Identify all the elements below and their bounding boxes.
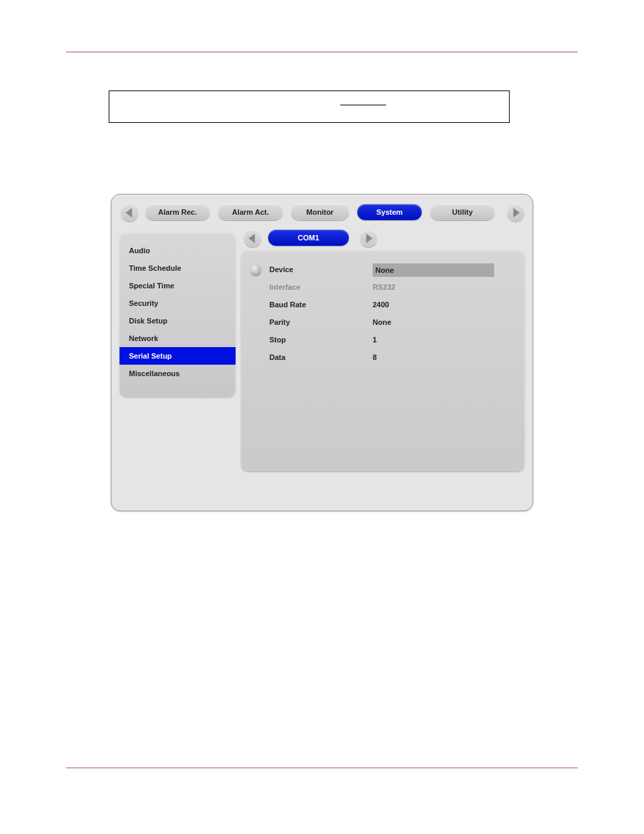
sidebar-item-label: Audio	[129, 246, 150, 255]
tab-utility[interactable]: Utility	[430, 204, 495, 220]
setting-label: Stop	[269, 336, 286, 344]
sidebar-item-time-schedule[interactable]: Time Schedule	[119, 259, 236, 277]
tab-alarm-rec-[interactable]: Alarm Rec.	[145, 204, 210, 220]
svg-marker-2	[248, 234, 254, 243]
subtab-prev-button[interactable]	[244, 230, 261, 247]
setting-value[interactable]: RS232	[373, 283, 494, 291]
sidebar-item-label: Security	[129, 299, 158, 307]
tab-label: Alarm Rec.	[158, 208, 196, 216]
note-underline	[340, 105, 386, 105]
setting-row-data: Data8	[241, 350, 525, 367]
tabs-next-button[interactable]	[507, 204, 525, 221]
setting-row-parity: ParityNone	[241, 315, 525, 332]
tab-label: Alarm Act.	[232, 208, 269, 216]
sidebar-item-audio[interactable]: Audio	[119, 242, 236, 259]
setting-value[interactable]: None	[373, 263, 494, 277]
setting-label: Baud Rate	[269, 301, 306, 309]
divider-top	[66, 51, 578, 53]
sidebar-item-miscellaneous[interactable]: Miscellaneous	[119, 365, 236, 382]
sidebar-item-label: Serial Setup	[129, 352, 172, 360]
sidebar-item-label: Miscellaneous	[129, 369, 180, 377]
sidebar-item-special-time[interactable]: Special Time	[119, 277, 236, 294]
subtab-label: COM1	[298, 234, 319, 242]
sidebar-item-label: Network	[129, 334, 158, 342]
sidebar-item-label: Time Schedule	[129, 264, 181, 272]
tab-system[interactable]: System	[357, 204, 422, 220]
tab-label: Monitor	[306, 208, 333, 216]
subtab-next-button[interactable]	[360, 230, 377, 247]
setting-radio[interactable]	[250, 265, 261, 276]
setting-label: Parity	[269, 318, 290, 326]
setting-value[interactable]: None	[373, 318, 494, 326]
sidebar-item-label: Disk Setup	[129, 317, 167, 325]
top-tab-bar: Alarm Rec.Alarm Act.MonitorSystemUtility	[111, 204, 533, 228]
sidebar: AudioTime ScheduleSpecial TimeSecurityDi…	[119, 232, 236, 397]
setting-row-device: DeviceNone	[241, 262, 525, 280]
sidebar-item-serial-setup[interactable]: Serial Setup	[119, 347, 236, 365]
setting-row-baud-rate: Baud Rate2400	[241, 297, 525, 315]
note-box	[109, 90, 510, 123]
svg-marker-3	[367, 234, 373, 243]
subtab-com1[interactable]: COM1	[268, 230, 349, 246]
tab-monitor[interactable]: Monitor	[291, 204, 349, 220]
setting-value[interactable]: 8	[373, 353, 494, 361]
setting-value[interactable]: 2400	[373, 301, 494, 309]
divider-bottom	[66, 767, 578, 768]
sidebar-item-network[interactable]: Network	[119, 330, 236, 347]
tab-label: Utility	[452, 208, 473, 216]
sidebar-item-security[interactable]: Security	[119, 294, 236, 312]
setting-row-interface: InterfaceRS232	[241, 280, 525, 297]
tab-alarm-act-[interactable]: Alarm Act.	[218, 204, 283, 220]
setting-row-stop: Stop1	[241, 332, 525, 350]
sub-tab-bar: COM1	[240, 230, 415, 250]
setting-label: Device	[269, 265, 293, 273]
setting-label: Data	[269, 353, 286, 361]
app-window: Alarm Rec.Alarm Act.MonitorSystemUtility…	[111, 194, 533, 511]
setting-label: Interface	[269, 283, 300, 291]
sidebar-item-label: Special Time	[129, 282, 174, 290]
svg-marker-1	[514, 208, 520, 217]
sidebar-item-disk-setup[interactable]: Disk Setup	[119, 312, 236, 330]
setting-value[interactable]: 1	[373, 336, 494, 344]
tabs-prev-button[interactable]	[121, 204, 138, 221]
svg-marker-0	[126, 208, 132, 217]
tab-label: System	[376, 208, 402, 216]
content-panel: DeviceNoneInterfaceRS232Baud Rate2400Par…	[241, 250, 525, 471]
